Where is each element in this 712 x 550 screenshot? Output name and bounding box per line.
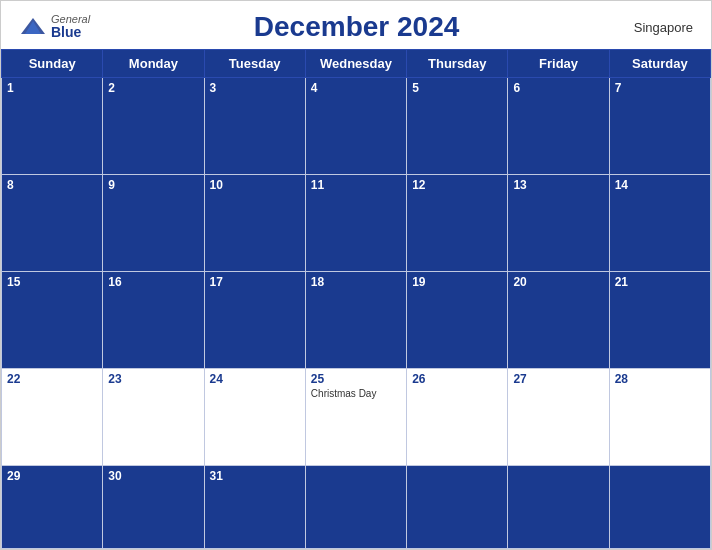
day-number: 14 <box>615 178 705 192</box>
calendar-day-cell: 31 <box>204 465 305 548</box>
day-number: 13 <box>513 178 603 192</box>
calendar-day-cell: 19 <box>407 271 508 368</box>
day-number: 23 <box>108 372 198 386</box>
day-number: 22 <box>7 372 97 386</box>
calendar: General Blue December 2024 Singapore Sun… <box>0 0 712 550</box>
day-number: 7 <box>615 81 705 95</box>
day-number: 2 <box>108 81 198 95</box>
calendar-table: SundayMondayTuesdayWednesdayThursdayFrid… <box>1 49 711 549</box>
calendar-day-cell: 21 <box>609 271 710 368</box>
calendar-day-cell: 9 <box>103 174 204 271</box>
logo-name: General Blue <box>51 13 90 40</box>
calendar-day-cell: 11 <box>305 174 406 271</box>
day-number: 19 <box>412 275 502 289</box>
calendar-day-cell: 12 <box>407 174 508 271</box>
calendar-day-cell: 8 <box>2 174 103 271</box>
logo: General Blue <box>19 13 90 40</box>
day-number: 3 <box>210 81 300 95</box>
day-number: 24 <box>210 372 300 386</box>
day-number: 6 <box>513 81 603 95</box>
day-number: 11 <box>311 178 401 192</box>
weekday-header-saturday: Saturday <box>609 50 710 78</box>
calendar-day-cell: 4 <box>305 78 406 175</box>
day-number: 31 <box>210 469 300 483</box>
calendar-day-cell <box>508 465 609 548</box>
calendar-day-cell: 10 <box>204 174 305 271</box>
event-label: Christmas Day <box>311 388 401 399</box>
day-number: 29 <box>7 469 97 483</box>
calendar-day-cell: 16 <box>103 271 204 368</box>
day-number: 30 <box>108 469 198 483</box>
day-number: 5 <box>412 81 502 95</box>
calendar-day-cell: 22 <box>2 368 103 465</box>
day-number: 1 <box>7 81 97 95</box>
calendar-day-cell: 24 <box>204 368 305 465</box>
logo-bird-icon <box>19 16 47 38</box>
calendar-header: General Blue December 2024 Singapore <box>1 1 711 49</box>
calendar-day-cell: 27 <box>508 368 609 465</box>
calendar-day-cell: 18 <box>305 271 406 368</box>
day-number: 8 <box>7 178 97 192</box>
day-number: 20 <box>513 275 603 289</box>
calendar-day-cell: 15 <box>2 271 103 368</box>
day-number: 18 <box>311 275 401 289</box>
day-number: 17 <box>210 275 300 289</box>
calendar-day-cell: 7 <box>609 78 710 175</box>
calendar-week-row: 22232425Christmas Day262728 <box>2 368 711 465</box>
day-number: 12 <box>412 178 502 192</box>
day-number: 16 <box>108 275 198 289</box>
calendar-week-row: 293031 <box>2 465 711 548</box>
day-number: 9 <box>108 178 198 192</box>
calendar-week-row: 1234567 <box>2 78 711 175</box>
day-number: 28 <box>615 372 705 386</box>
weekday-header-friday: Friday <box>508 50 609 78</box>
weekday-header-wednesday: Wednesday <box>305 50 406 78</box>
calendar-day-cell: 20 <box>508 271 609 368</box>
calendar-day-cell <box>407 465 508 548</box>
calendar-week-row: 891011121314 <box>2 174 711 271</box>
weekday-header-monday: Monday <box>103 50 204 78</box>
day-number: 21 <box>615 275 705 289</box>
calendar-day-cell: 23 <box>103 368 204 465</box>
calendar-day-cell: 5 <box>407 78 508 175</box>
calendar-title: December 2024 <box>254 11 459 43</box>
calendar-day-cell: 6 <box>508 78 609 175</box>
logo-blue-text: Blue <box>51 25 90 40</box>
calendar-day-cell <box>609 465 710 548</box>
calendar-day-cell: 30 <box>103 465 204 548</box>
day-number: 27 <box>513 372 603 386</box>
calendar-week-row: 15161718192021 <box>2 271 711 368</box>
weekday-header-thursday: Thursday <box>407 50 508 78</box>
weekday-header-tuesday: Tuesday <box>204 50 305 78</box>
calendar-header-row: SundayMondayTuesdayWednesdayThursdayFrid… <box>2 50 711 78</box>
calendar-day-cell: 17 <box>204 271 305 368</box>
calendar-day-cell: 2 <box>103 78 204 175</box>
calendar-day-cell: 29 <box>2 465 103 548</box>
calendar-day-cell: 26 <box>407 368 508 465</box>
calendar-day-cell: 14 <box>609 174 710 271</box>
region-label: Singapore <box>623 20 693 35</box>
day-number: 25 <box>311 372 401 386</box>
day-number: 4 <box>311 81 401 95</box>
calendar-day-cell: 25Christmas Day <box>305 368 406 465</box>
calendar-day-cell: 3 <box>204 78 305 175</box>
calendar-day-cell <box>305 465 406 548</box>
day-number: 26 <box>412 372 502 386</box>
day-number: 10 <box>210 178 300 192</box>
weekday-header-sunday: Sunday <box>2 50 103 78</box>
day-number: 15 <box>7 275 97 289</box>
calendar-day-cell: 1 <box>2 78 103 175</box>
calendar-day-cell: 13 <box>508 174 609 271</box>
calendar-day-cell: 28 <box>609 368 710 465</box>
